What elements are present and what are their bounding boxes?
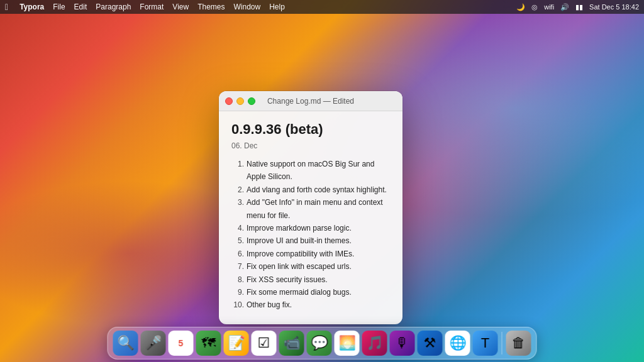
menubar-datetime: Sat Dec 5 18:42 [589, 3, 639, 11]
menubar-volume-icon[interactable]: 🔊 [560, 3, 569, 11]
traffic-lights [225, 97, 255, 105]
doc-heading: 0.9.9.36 (beta) [231, 121, 390, 138]
menu-paragraph[interactable]: Paragraph [96, 3, 131, 11]
app-name[interactable]: Typora [19, 3, 44, 11]
menu-edit[interactable]: Edit [74, 3, 87, 11]
menubar:  Typora File Edit Paragraph Format View… [0, 0, 644, 14]
close-button[interactable] [225, 97, 233, 105]
dock-icon-notes[interactable]: 📝 [224, 331, 249, 356]
dock-icon-typora[interactable]: T [473, 331, 498, 356]
dock-icon-siri[interactable]: 🎤 [141, 331, 166, 356]
dock-icon-facetime[interactable]: 📹 [279, 331, 304, 356]
menu-view[interactable]: View [172, 3, 189, 11]
dock: 🔍🎤5🗺📝☑📹💬🌅🎵🎙⚒🌐T🗑 [108, 327, 537, 359]
menubar-battery-icon[interactable]: ▮▮ [575, 3, 583, 11]
window-title: Change Log.md — Edited [267, 97, 354, 106]
document-window: Change Log.md — Edited 0.9.9.36 (beta) 0… [219, 91, 402, 324]
list-item: 6.Improve compatibility with IMEs. [231, 248, 390, 260]
list-item: 5.Improve UI and built-in themes. [231, 234, 390, 247]
menu-file[interactable]: File [53, 3, 65, 11]
menubar-moon-icon[interactable]: 🌙 [516, 3, 525, 11]
maximize-button[interactable] [248, 97, 255, 105]
dock-icon-trash[interactable]: 🗑 [506, 331, 531, 356]
list-item: 3.Add "Get Info" in main menu and contex… [231, 196, 390, 222]
list-item: 8.Fix XSS security issues. [231, 273, 390, 286]
dock-icon-podcasts[interactable]: 🎙 [390, 331, 415, 356]
dock-icon-messages[interactable]: 💬 [307, 331, 332, 356]
menu-window[interactable]: Window [234, 3, 261, 11]
menubar-left:  Typora File Edit Paragraph Format View… [5, 2, 285, 12]
menubar-wifi-icon[interactable]: wifi [544, 3, 554, 11]
dock-icon-chrome[interactable]: 🌐 [445, 331, 470, 356]
window-titlebar: Change Log.md — Edited [219, 91, 402, 111]
list-item: 9.Fix some mermaid dialog bugs. [231, 286, 390, 299]
menubar-right: 🌙 ◎ wifi 🔊 ▮▮ Sat Dec 5 18:42 [516, 3, 639, 11]
dock-icon-finder[interactable]: 🔍 [113, 331, 138, 356]
list-item: 4.Improve markdown parse logic. [231, 222, 390, 234]
dock-icon-calendar[interactable]: 5 [169, 331, 194, 356]
dock-icon-maps[interactable]: 🗺 [196, 331, 221, 356]
minimize-button[interactable] [236, 97, 244, 105]
window-content[interactable]: 0.9.9.36 (beta) 06. Dec 1.Native support… [219, 111, 402, 324]
list-item: 10.Other bug fix. [231, 299, 390, 311]
dock-icon-photos[interactable]: 🌅 [335, 331, 360, 356]
list-item: 7.Fix open link with escaped urls. [231, 260, 390, 273]
menu-help[interactable]: Help [269, 3, 285, 11]
list-item: 2.Add vlang and forth code syntax highli… [231, 184, 390, 196]
menubar-circle-icon[interactable]: ◎ [531, 3, 538, 11]
apple-menu[interactable]:  [5, 2, 8, 12]
desktop:  Typora File Edit Paragraph Format View… [0, 0, 644, 362]
dock-icon-music[interactable]: 🎵 [362, 331, 387, 356]
dock-separator [502, 332, 502, 354]
doc-date: 06. Dec [231, 141, 390, 150]
dock-icon-xcode[interactable]: ⚒ [418, 331, 443, 356]
menu-format[interactable]: Format [140, 3, 164, 11]
doc-list: 1.Native support on macOS Big Sur and Ap… [231, 158, 390, 312]
list-item: 1.Native support on macOS Big Sur and Ap… [231, 158, 390, 184]
menu-themes[interactable]: Themes [197, 3, 225, 11]
dock-icon-reminders[interactable]: ☑ [252, 331, 277, 356]
